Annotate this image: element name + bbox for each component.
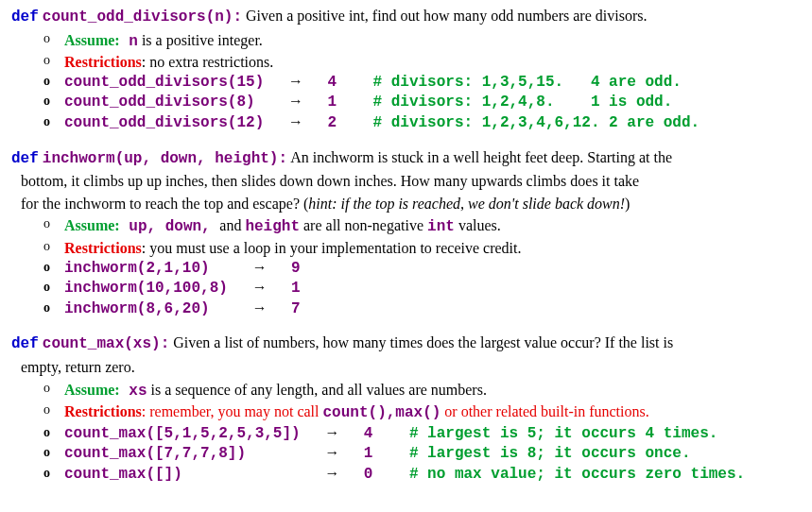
signature-line: def count_odd_divisors(n): Given a posit… bbox=[11, 6, 801, 28]
arrow-icon: → bbox=[210, 300, 291, 317]
example-result: 4 bbox=[327, 74, 337, 91]
restrictions-line: Restrictions: you must use a loop in you… bbox=[43, 238, 801, 259]
params: (up, down, height): bbox=[115, 150, 287, 167]
example-call: count_odd_divisors(8) bbox=[64, 94, 255, 111]
example-result: 7 bbox=[291, 300, 301, 317]
example-call: count_max([]) bbox=[64, 466, 182, 483]
example-comment: # no max value; it occurs zero times. bbox=[372, 466, 745, 483]
arrow-icon: → bbox=[182, 466, 364, 483]
function-name: inchworm bbox=[43, 150, 115, 167]
signature-line: def count_max(xs): Given a list of numbe… bbox=[11, 333, 801, 355]
restrict-text: : no extra restrictions. bbox=[142, 54, 274, 70]
description: Given a list of numbers, how many times … bbox=[169, 334, 673, 350]
restrict-label: Restrictions bbox=[64, 54, 142, 70]
function-name: count_odd_divisors bbox=[43, 9, 206, 26]
assume-text: values. bbox=[455, 217, 501, 233]
example-comment: # largest is 8; it occurs once. bbox=[372, 445, 690, 462]
example-comment: # largest is 5; it occurs 4 times. bbox=[372, 425, 717, 442]
example-result: 9 bbox=[291, 260, 301, 277]
example-row: inchworm(8,6,20) → 7 bbox=[43, 299, 801, 320]
function-block-count-max: def count_max(xs): Given a list of numbe… bbox=[11, 333, 801, 485]
example-result: 2 bbox=[327, 114, 337, 131]
bullet-list: Assume: xs is a sequence of any length, … bbox=[43, 380, 801, 486]
params: (n): bbox=[206, 9, 242, 26]
keyword-def: def bbox=[11, 335, 39, 352]
keyword-def: def bbox=[11, 9, 39, 26]
arrow-icon: → bbox=[264, 74, 327, 91]
arrow-icon: → bbox=[301, 425, 364, 442]
example-call: count_odd_divisors(15) bbox=[64, 74, 264, 91]
example-row: count_odd_divisors(15) → 4 # divisors: 1… bbox=[43, 73, 801, 94]
signature-line: def inchworm(up, down, height): An inchw… bbox=[11, 147, 801, 170]
arrow-icon: → bbox=[210, 260, 291, 277]
keyword-def: def bbox=[11, 150, 39, 167]
assume-label: Assume: bbox=[64, 217, 120, 233]
restrict-label: Restrictions bbox=[64, 240, 142, 256]
example-call: count_odd_divisors(12) bbox=[64, 114, 264, 131]
example-comment: # divisors: 1,2,4,8. 1 is odd. bbox=[337, 94, 672, 111]
example-comment: # divisors: 1,3,5,15. 4 are odd. bbox=[337, 74, 682, 91]
function-block-inchworm: def inchworm(up, down, height): An inchw… bbox=[11, 147, 801, 320]
assume-text: are all non-negative bbox=[300, 217, 427, 233]
bullet-list: Assume: up, down, and height are all non… bbox=[43, 215, 801, 319]
description-line: bottom, it climbs up up inches, then sli… bbox=[21, 171, 801, 192]
example-result: 1 bbox=[327, 94, 337, 111]
restrictions-line: Restrictions: remember, you may not call… bbox=[43, 401, 801, 424]
example-row: count_max([]) → 0 # no max value; it occ… bbox=[43, 465, 801, 486]
arrow-icon: → bbox=[246, 445, 364, 462]
assume-text: is a sequence of any length, and all val… bbox=[147, 382, 486, 398]
example-call: inchworm(2,1,10) bbox=[64, 260, 210, 277]
restrict-label: Restrictions bbox=[64, 403, 142, 419]
assume-text: and bbox=[219, 217, 245, 233]
assume-code: xs bbox=[120, 383, 147, 400]
restrict-code: count(),max() bbox=[323, 404, 441, 421]
example-comment: # divisors: 1,2,3,4,6,12. 2 are odd. bbox=[337, 114, 700, 131]
assume-code: up, down, bbox=[120, 218, 220, 235]
description: An inchworm is stuck in a well height fe… bbox=[287, 149, 672, 165]
assume-text: is a positive integer. bbox=[138, 32, 263, 48]
assume-label: Assume: bbox=[64, 32, 120, 48]
arrow-icon: → bbox=[264, 114, 327, 131]
example-row: count_odd_divisors(8) → 1 # divisors: 1,… bbox=[43, 93, 801, 113]
example-call: count_max([5,1,5,2,5,3,5]) bbox=[64, 425, 301, 442]
params: (xs): bbox=[124, 335, 169, 352]
arrow-icon: → bbox=[255, 94, 328, 111]
example-result: 1 bbox=[291, 280, 301, 297]
assume-line: Assume: n is a positive integer. bbox=[43, 30, 801, 53]
example-row: count_max([5,1,5,2,5,3,5]) → 4 # largest… bbox=[43, 424, 801, 445]
example-row: count_max([7,7,7,8]) → 1 # largest is 8;… bbox=[43, 444, 801, 465]
example-row: inchworm(10,100,8) → 1 bbox=[43, 279, 801, 299]
arrow-icon: → bbox=[228, 280, 291, 297]
assume-line: Assume: xs is a sequence of any length, … bbox=[43, 380, 801, 402]
example-call: inchworm(8,6,20) bbox=[64, 300, 210, 317]
description-line: empty, return zero. bbox=[21, 357, 801, 378]
description-line: for the inchworm to reach the top and es… bbox=[21, 194, 801, 214]
restrict-text: or other related built-in functions. bbox=[441, 403, 648, 419]
restrict-text: : you must use a loop in your implementa… bbox=[142, 240, 522, 256]
assume-line: Assume: up, down, and height are all non… bbox=[43, 215, 801, 238]
example-call: count_max([7,7,7,8]) bbox=[64, 445, 246, 462]
example-call: inchworm(10,100,8) bbox=[64, 280, 228, 297]
assume-code: height bbox=[245, 218, 300, 235]
assume-label: Assume: bbox=[64, 382, 120, 398]
bullet-list: Assume: n is a positive integer. Restric… bbox=[43, 30, 801, 134]
example-row: count_odd_divisors(12) → 2 # divisors: 1… bbox=[43, 113, 801, 134]
assume-code: n bbox=[120, 33, 138, 50]
function-name: count_max bbox=[43, 335, 124, 352]
restrictions-line: Restrictions: no extra restrictions. bbox=[43, 52, 801, 73]
description: Given a positive int, find out how many … bbox=[242, 8, 647, 24]
restrict-text: : remember, you may not call bbox=[142, 403, 323, 419]
hint-text: hint: if the top is reached, we don't sl… bbox=[308, 196, 625, 212]
function-block-count-odd-divisors: def count_odd_divisors(n): Given a posit… bbox=[11, 6, 801, 134]
example-row: inchworm(2,1,10) → 9 bbox=[43, 259, 801, 280]
assume-code: int bbox=[427, 218, 455, 235]
